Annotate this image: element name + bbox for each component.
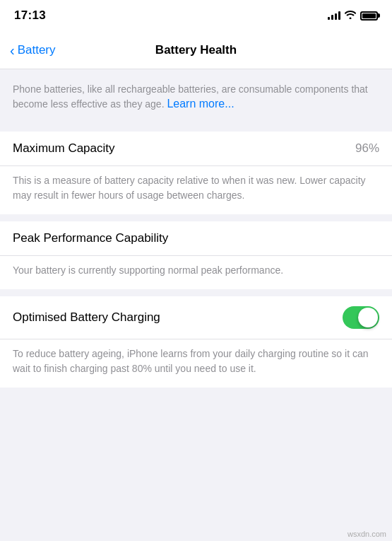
page-title: Battery Health xyxy=(155,43,237,57)
signal-bars-icon xyxy=(328,11,340,20)
status-icons xyxy=(328,10,378,21)
signal-bar-2 xyxy=(331,15,333,20)
peak-description-box: Your battery is currently supporting nor… xyxy=(0,256,392,289)
optimised-charging-description-box: To reduce battery ageing, iPhone learns … xyxy=(0,339,392,388)
optimised-charging-description: To reduce battery ageing, iPhone learns … xyxy=(13,348,369,374)
wifi-icon xyxy=(345,10,356,21)
back-button[interactable]: ‹ Battery xyxy=(10,43,56,57)
status-time: 17:13 xyxy=(14,8,46,23)
section-divider-1 xyxy=(0,124,392,132)
maximum-capacity-section: Maximum Capacity 96% This is a measure o… xyxy=(0,132,392,214)
info-section: Phone batteries, like all rechargeable b… xyxy=(0,69,392,124)
peak-label: Peak Performance Capability xyxy=(13,231,168,245)
toggle-knob xyxy=(358,308,378,327)
optimised-charging-row: Optimised Battery Charging xyxy=(0,296,392,339)
back-label: Battery xyxy=(18,43,56,57)
peak-row: Peak Performance Capability xyxy=(0,221,392,256)
capacity-row: Maximum Capacity 96% xyxy=(0,132,392,166)
optimised-charging-label: Optimised Battery Charging xyxy=(13,310,334,325)
signal-bar-1 xyxy=(328,17,330,20)
battery-fill xyxy=(362,13,376,18)
capacity-label: Maximum Capacity xyxy=(13,141,115,156)
optimised-charging-toggle[interactable] xyxy=(343,306,379,329)
capacity-description: This is a measure of battery capacity re… xyxy=(13,175,366,201)
section-divider-2 xyxy=(0,214,392,221)
learn-more-link[interactable]: Learn more... xyxy=(167,98,234,110)
signal-bar-3 xyxy=(335,13,337,20)
battery-status-icon xyxy=(360,11,378,21)
signal-bar-4 xyxy=(338,11,340,20)
section-divider-3 xyxy=(0,289,392,296)
status-bar: 17:13 xyxy=(0,0,392,31)
nav-bar: ‹ Battery Battery Health xyxy=(0,31,392,69)
capacity-value: 96% xyxy=(355,141,379,156)
watermark: wsxdn.com xyxy=(348,530,386,538)
capacity-description-box: This is a measure of battery capacity re… xyxy=(0,166,392,214)
peak-performance-section: Peak Performance Capability Your battery… xyxy=(0,221,392,289)
chevron-left-icon: ‹ xyxy=(10,43,15,57)
optimised-charging-section: Optimised Battery Charging To reduce bat… xyxy=(0,296,392,388)
peak-description: Your battery is currently supporting nor… xyxy=(13,264,283,276)
